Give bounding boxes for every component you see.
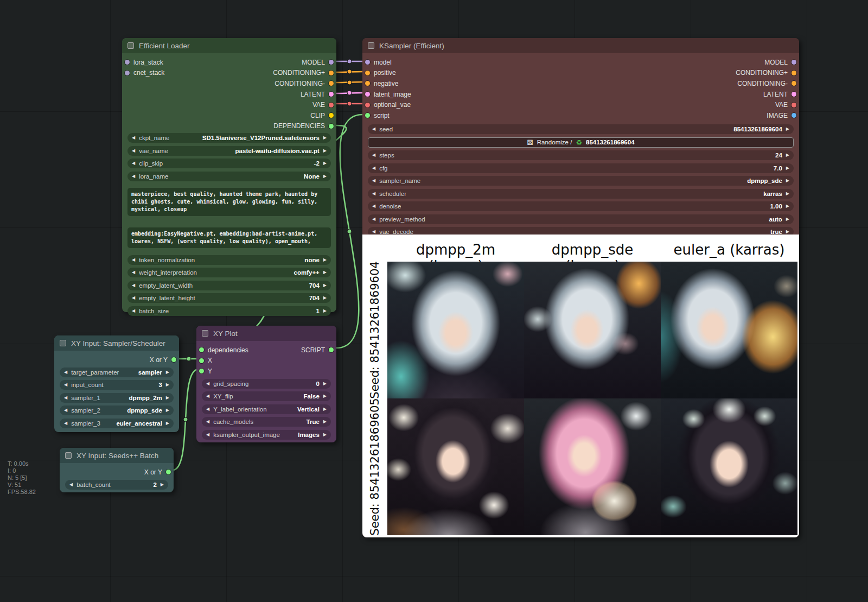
widget-grid-spacing[interactable]: ◀ grid_spacing 0 ▶ bbox=[202, 379, 331, 389]
widget-y-label-orientation[interactable]: ◀ Y_label_orientation Vertical ▶ bbox=[202, 404, 331, 414]
widget-lora-name[interactable]: ◀ lora_name None ▶ bbox=[127, 172, 331, 181]
port-dot-icon[interactable] bbox=[329, 81, 334, 86]
port-dot-icon[interactable] bbox=[125, 71, 130, 75]
port-dot-icon[interactable] bbox=[199, 358, 204, 363]
widget-input-count[interactable]: ◀ input_count 3 ▶ bbox=[60, 380, 174, 390]
port-dot-icon[interactable] bbox=[199, 369, 204, 373]
input-port-lora-stack[interactable]: lora_stack bbox=[122, 57, 229, 68]
link-midpoint-dot[interactable] bbox=[347, 69, 352, 74]
widget-weight-interpretation[interactable]: ◀ weight_interpretation comfy++ ▶ bbox=[127, 268, 331, 277]
port-dot-icon[interactable] bbox=[329, 124, 334, 129]
decrement-arrow-icon[interactable]: ◀ bbox=[372, 127, 375, 131]
decrement-arrow-icon[interactable]: ◀ bbox=[132, 258, 135, 262]
increment-arrow-icon[interactable]: ▶ bbox=[323, 161, 327, 166]
node-title-bar[interactable]: XY Plot bbox=[196, 326, 336, 341]
node-efficient-loader[interactable]: Efficient Loader lora_stack cnet_stack M… bbox=[122, 38, 336, 312]
port-dot-icon[interactable] bbox=[792, 81, 796, 86]
node-xy-input-seeds-batch[interactable]: XY Input: Seeds++ Batch X or Y ◀ batch_c… bbox=[60, 448, 174, 492]
port-dot-icon[interactable] bbox=[365, 60, 370, 65]
increment-arrow-icon[interactable]: ▶ bbox=[786, 204, 789, 208]
widget-batch-size[interactable]: ◀ batch_size 1 ▶ bbox=[127, 306, 331, 316]
output-port-script[interactable]: SCRIPT bbox=[266, 345, 336, 356]
collapse-icon[interactable] bbox=[60, 340, 66, 346]
node-title-bar[interactable]: XY Input: Seeds++ Batch bbox=[60, 448, 174, 463]
widget-xy-flip[interactable]: ◀ XY_flip False ▶ bbox=[202, 391, 331, 401]
decrement-arrow-icon[interactable]: ◀ bbox=[372, 204, 375, 208]
port-dot-icon[interactable] bbox=[792, 71, 796, 75]
link-midpoint-dot[interactable] bbox=[347, 91, 352, 95]
widget-vae-name[interactable]: ◀ vae_name pastel-waifu-diffusion.vae.pt… bbox=[127, 146, 331, 156]
increment-arrow-icon[interactable]: ▶ bbox=[323, 420, 327, 424]
output-port-x-or-y[interactable]: X or Y bbox=[54, 354, 179, 365]
port-dot-icon[interactable] bbox=[329, 103, 334, 107]
increment-arrow-icon[interactable]: ▶ bbox=[786, 127, 789, 131]
decrement-arrow-icon[interactable]: ◀ bbox=[372, 153, 375, 157]
increment-arrow-icon[interactable]: ▶ bbox=[323, 382, 327, 386]
port-dot-icon[interactable] bbox=[329, 60, 334, 65]
decrement-arrow-icon[interactable]: ◀ bbox=[372, 230, 375, 234]
widget-denoise[interactable]: ◀ denoise 1.00 ▶ bbox=[368, 201, 794, 211]
increment-arrow-icon[interactable]: ▶ bbox=[786, 166, 789, 170]
link-midpoint-dot[interactable] bbox=[347, 80, 352, 85]
port-dot-icon[interactable] bbox=[125, 60, 130, 65]
randomize-seed-button[interactable]: ⚄ Randomize / ♻ 85413261869604 bbox=[368, 137, 794, 148]
input-port-optional-vae[interactable]: optional_vae bbox=[362, 99, 581, 110]
output-port-conditioning-plus[interactable]: CONDITIONING+ bbox=[581, 68, 800, 79]
increment-arrow-icon[interactable]: ▶ bbox=[786, 192, 789, 196]
decrement-arrow-icon[interactable]: ◀ bbox=[64, 421, 67, 426]
output-port-dependencies[interactable]: DEPENDENCIES bbox=[229, 121, 337, 132]
input-port-y[interactable]: Y bbox=[196, 366, 266, 377]
link-midpoint-dot[interactable] bbox=[347, 229, 352, 233]
input-port-script[interactable]: script bbox=[362, 110, 581, 121]
increment-arrow-icon[interactable]: ▶ bbox=[786, 217, 789, 221]
port-dot-icon[interactable] bbox=[365, 103, 370, 107]
node-xy-plot[interactable]: XY Plot dependencies X Y SCRIPT bbox=[196, 326, 336, 442]
increment-arrow-icon[interactable]: ▶ bbox=[323, 394, 327, 398]
increment-arrow-icon[interactable]: ▶ bbox=[786, 230, 789, 234]
increment-arrow-icon[interactable]: ▶ bbox=[786, 153, 789, 157]
widget-target-parameter[interactable]: ◀ target_parameter sampler ▶ bbox=[60, 367, 174, 377]
output-port-vae[interactable]: VAE bbox=[229, 99, 337, 110]
increment-arrow-icon[interactable]: ▶ bbox=[161, 483, 164, 487]
widget-ckpt-name[interactable]: ◀ ckpt_name SD1.5\aniverse_V12Pruned.saf… bbox=[127, 133, 331, 143]
widget-sampler-1[interactable]: ◀ sampler_1 dpmpp_2m ▶ bbox=[60, 393, 174, 403]
input-port-latent-image[interactable]: latent_image bbox=[362, 89, 581, 100]
node-graph-canvas[interactable]: T: 0.00s I: 0 N: 5 [5] V: 51 FPS:58.82 E… bbox=[0, 0, 868, 602]
decrement-arrow-icon[interactable]: ◀ bbox=[372, 217, 375, 221]
decrement-arrow-icon[interactable]: ◀ bbox=[132, 309, 135, 313]
decrement-arrow-icon[interactable]: ◀ bbox=[69, 483, 73, 487]
collapse-icon[interactable] bbox=[127, 42, 134, 49]
input-port-positive[interactable]: positive bbox=[362, 68, 581, 79]
increment-arrow-icon[interactable]: ▶ bbox=[323, 270, 327, 275]
output-port-x-or-y[interactable]: X or Y bbox=[60, 467, 174, 478]
output-port-conditioning-minus[interactable]: CONDITIONING- bbox=[581, 78, 800, 89]
node-title-bar[interactable]: XY Input: Sampler/Scheduler bbox=[54, 335, 179, 351]
increment-arrow-icon[interactable]: ▶ bbox=[323, 296, 327, 300]
widget-sampler-name[interactable]: ◀ sampler_name dpmpp_sde ▶ bbox=[368, 176, 794, 186]
increment-arrow-icon[interactable]: ▶ bbox=[323, 136, 327, 140]
decrement-arrow-icon[interactable]: ◀ bbox=[132, 161, 135, 166]
link-midpoint-dot[interactable] bbox=[347, 59, 352, 64]
decrement-arrow-icon[interactable]: ◀ bbox=[372, 166, 375, 170]
decrement-arrow-icon[interactable]: ◀ bbox=[206, 407, 209, 411]
port-dot-icon[interactable] bbox=[329, 347, 334, 352]
port-dot-icon[interactable] bbox=[792, 60, 796, 65]
output-port-conditioning-minus[interactable]: CONDITIONING- bbox=[229, 78, 337, 89]
widget-empty-latent-width[interactable]: ◀ empty_latent_width 704 ▶ bbox=[127, 281, 331, 290]
collapse-icon[interactable] bbox=[368, 42, 374, 49]
node-title-bar[interactable]: Efficient Loader bbox=[122, 38, 336, 53]
input-port-negative[interactable]: negative bbox=[362, 78, 581, 89]
widget-cache-models[interactable]: ◀ cache_models True ▶ bbox=[202, 417, 331, 427]
output-port-image[interactable]: IMAGE bbox=[581, 110, 800, 121]
port-dot-icon[interactable] bbox=[792, 113, 796, 118]
widget-steps[interactable]: ◀ steps 24 ▶ bbox=[368, 150, 794, 160]
increment-arrow-icon[interactable]: ▶ bbox=[323, 149, 327, 153]
input-port-model[interactable]: model bbox=[362, 57, 581, 68]
input-port-dependencies[interactable]: dependencies bbox=[196, 345, 266, 356]
decrement-arrow-icon[interactable]: ◀ bbox=[132, 283, 135, 288]
widget-preview-method[interactable]: ◀ preview_method auto ▶ bbox=[368, 214, 794, 224]
output-port-model[interactable]: MODEL bbox=[581, 57, 800, 68]
increment-arrow-icon[interactable]: ▶ bbox=[166, 383, 169, 387]
decrement-arrow-icon[interactable]: ◀ bbox=[372, 192, 375, 196]
widget-sampler-2[interactable]: ◀ sampler_2 dpmpp_sde ▶ bbox=[60, 405, 174, 415]
